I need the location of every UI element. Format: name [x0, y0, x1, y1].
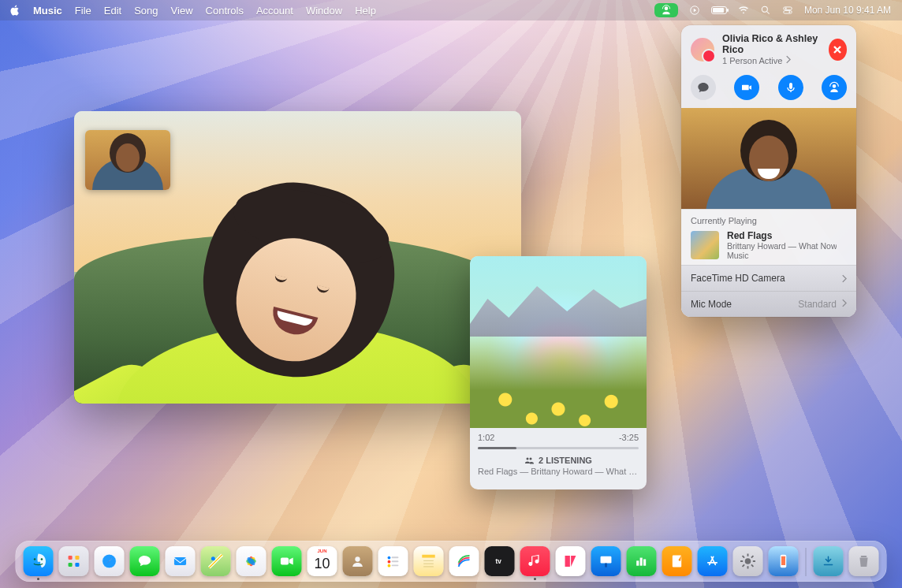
menu-help[interactable]: Help — [355, 5, 376, 17]
dock-photos[interactable] — [237, 546, 266, 576]
dock-system-settings[interactable] — [733, 546, 763, 576]
camera-select-row[interactable]: FaceTime HD Camera — [681, 265, 856, 291]
elapsed-time: 1:02 — [478, 433, 494, 442]
dock-calendar[interactable]: JUN 10 — [308, 546, 337, 576]
active-count[interactable]: 1 Person Active — [722, 55, 821, 65]
dock-separator — [806, 548, 807, 576]
svg-rect-23 — [392, 556, 399, 558]
dock-iphone-mirroring[interactable] — [769, 546, 799, 576]
dock-downloads[interactable] — [814, 546, 844, 576]
svg-point-21 — [355, 556, 360, 561]
now-playing-card[interactable]: 1:02 -3:25 2 LISTENING Red Flags — Britt… — [470, 256, 647, 489]
dock-reminders[interactable] — [378, 546, 408, 576]
facetime-window[interactable] — [74, 111, 521, 404]
svg-point-3 — [785, 8, 787, 9]
svg-point-6 — [34, 558, 36, 560]
svg-rect-33 — [601, 556, 612, 564]
track-thumbnail — [691, 231, 719, 259]
mic-toggle-button[interactable] — [778, 75, 803, 100]
menu-window[interactable]: Window — [306, 5, 342, 17]
svg-point-26 — [388, 564, 391, 568]
dock-keynote[interactable] — [591, 546, 621, 576]
camera-toggle-button[interactable] — [734, 75, 759, 100]
svg-rect-41 — [781, 556, 785, 565]
svg-rect-25 — [392, 560, 399, 562]
spotlight-icon[interactable] — [760, 5, 771, 16]
svg-rect-20 — [281, 558, 289, 565]
app-menu[interactable]: Music — [33, 5, 62, 17]
dock-trash[interactable] — [849, 546, 879, 576]
dock-finder[interactable] — [24, 546, 54, 576]
self-view-pip[interactable] — [85, 130, 170, 190]
chevron-right-icon — [841, 299, 847, 310]
svg-text:tv: tv — [495, 558, 501, 565]
messages-button[interactable] — [691, 75, 716, 100]
svg-rect-27 — [392, 564, 399, 566]
dock-tv[interactable]: tv — [485, 546, 515, 576]
dock-appstore[interactable] — [698, 546, 728, 576]
control-center-icon[interactable] — [782, 5, 793, 16]
dock-mail[interactable] — [166, 546, 196, 576]
dock-news[interactable] — [556, 546, 586, 576]
group-avatar — [691, 38, 714, 61]
svg-rect-36 — [640, 558, 643, 566]
album-art — [470, 256, 647, 428]
group-name: Olivia Rico & Ashley Rico — [722, 33, 821, 55]
listening-count: 2 LISTENING — [478, 456, 639, 465]
svg-rect-10 — [69, 563, 73, 567]
leave-call-button[interactable] — [829, 39, 847, 61]
remaining-time: -3:25 — [619, 433, 639, 442]
dock-maps[interactable] — [201, 546, 231, 576]
svg-rect-2 — [784, 7, 792, 9]
track-source: Music — [727, 251, 837, 260]
menu-view[interactable]: View — [171, 5, 193, 17]
svg-rect-34 — [605, 564, 607, 568]
menu-edit[interactable]: Edit — [104, 5, 121, 17]
dock-pages[interactable] — [662, 546, 692, 576]
wifi-icon[interactable] — [738, 5, 749, 16]
dock-music[interactable] — [520, 546, 550, 576]
menu-controls[interactable]: Controls — [206, 5, 244, 17]
shareplay-status-icon[interactable] — [654, 3, 678, 17]
dock-contacts[interactable] — [343, 546, 373, 576]
battery-icon[interactable] — [711, 6, 727, 14]
chevron-right-icon — [841, 274, 847, 283]
shareplay-popover: Olivia Rico & Ashley Rico 1 Person Activ… — [681, 25, 856, 317]
svg-rect-42 — [861, 556, 867, 557]
svg-rect-28 — [422, 555, 434, 558]
svg-rect-8 — [69, 556, 73, 560]
svg-rect-35 — [636, 560, 639, 565]
svg-point-7 — [41, 558, 43, 560]
svg-rect-14 — [174, 557, 186, 565]
menu-file[interactable]: File — [75, 5, 91, 17]
dock-facetime[interactable] — [272, 546, 302, 576]
camera-preview — [681, 108, 856, 209]
track-artist: Brittany Howard — What Now — [727, 241, 837, 251]
currently-playing-label: Currently Playing — [691, 216, 847, 225]
track-info-line: Red Flags — Brittany Howard — What Now — [478, 467, 639, 476]
mic-mode-row[interactable]: Mic Mode Standard — [681, 291, 856, 317]
dock-notes[interactable] — [414, 546, 444, 576]
scrubber[interactable] — [478, 447, 639, 449]
svg-point-5 — [788, 11, 790, 13]
now-playing-menubar-icon[interactable] — [689, 5, 700, 16]
dock-safari[interactable] — [95, 546, 125, 576]
menubar-clock[interactable]: Mon Jun 10 9:41 AM — [804, 5, 891, 16]
svg-rect-9 — [75, 556, 79, 560]
apple-menu[interactable] — [9, 5, 20, 16]
menubar: Music File Edit Song View Controls Accou… — [0, 0, 902, 20]
svg-point-1 — [762, 6, 767, 12]
svg-point-15 — [211, 556, 215, 560]
svg-rect-4 — [784, 11, 792, 13]
dock-messages[interactable] — [130, 546, 160, 576]
svg-rect-11 — [75, 563, 79, 567]
menu-song[interactable]: Song — [134, 5, 158, 17]
track-title: Red Flags — [727, 230, 837, 241]
menu-account[interactable]: Account — [256, 5, 293, 17]
currently-playing-row[interactable]: Red Flags Brittany Howard — What Now Mus… — [691, 230, 847, 260]
dock-freeform[interactable] — [449, 546, 479, 576]
dock-numbers[interactable] — [627, 546, 657, 576]
dock-launchpad[interactable] — [59, 546, 89, 576]
svg-rect-38 — [673, 555, 681, 567]
shareplay-button[interactable] — [822, 75, 847, 100]
